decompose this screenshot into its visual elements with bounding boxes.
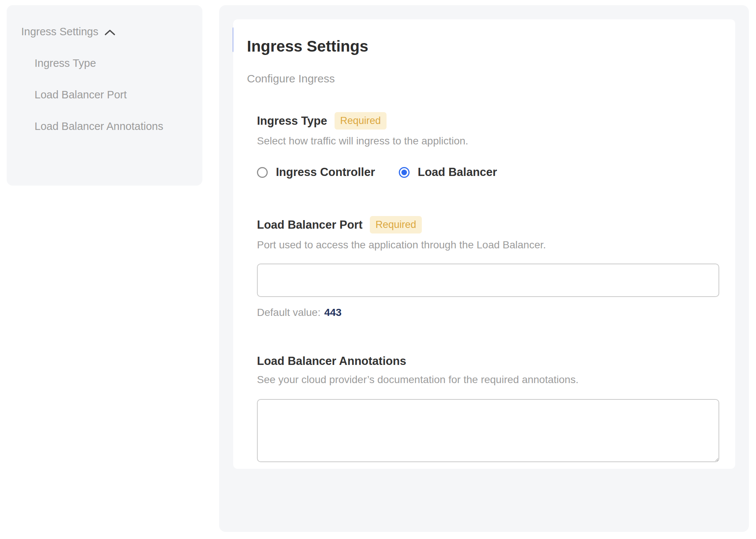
radio-button-icon[interactable] <box>257 167 268 178</box>
chevron-up-icon <box>104 29 115 36</box>
load-balancer-annotations-help: See your cloud provider’s documentation … <box>257 373 718 386</box>
section-heading-row: Load Balancer Port Required <box>257 216 718 233</box>
sidebar-group-ingress-settings[interactable]: Ingress Settings <box>21 19 188 45</box>
default-value: 443 <box>324 307 342 318</box>
sidebar: Ingress Settings Ingress Type Load Balan… <box>7 5 202 186</box>
ingress-type-help: Select how traffic will ingress to the a… <box>257 135 718 147</box>
load-balancer-port-input[interactable] <box>257 264 719 297</box>
radio-button-icon[interactable] <box>399 167 410 178</box>
config-panel: Ingress Settings Configure Ingress Ingre… <box>219 5 749 532</box>
section-heading-row: Ingress Type Required <box>257 112 718 130</box>
section-load-balancer-annotations: Load Balancer Annotations See your cloud… <box>257 354 718 462</box>
config-card: Ingress Settings Configure Ingress Ingre… <box>233 19 735 469</box>
radio-option-ingress-controller[interactable]: Ingress Controller <box>257 166 375 179</box>
sidebar-nav: Ingress Type Load Balancer Port Load Bal… <box>35 50 188 139</box>
section-heading-row: Load Balancer Annotations <box>257 354 718 368</box>
ingress-type-heading: Ingress Type <box>257 114 327 128</box>
ingress-type-options: Ingress Controller Load Balancer <box>257 166 718 179</box>
radio-option-label: Ingress Controller <box>276 166 375 179</box>
section-ingress-type: Ingress Type Required Select how traffic… <box>257 112 718 179</box>
load-balancer-port-help: Port used to access the application thro… <box>257 239 718 251</box>
sidebar-item-ingress-type[interactable]: Ingress Type <box>35 50 168 76</box>
sidebar-item-load-balancer-annotations[interactable]: Load Balancer Annotations <box>35 113 168 139</box>
load-balancer-annotations-heading: Load Balancer Annotations <box>257 354 406 368</box>
load-balancer-annotations-textarea[interactable] <box>257 399 719 462</box>
config-sections: Ingress Type Required Select how traffic… <box>257 112 718 462</box>
sidebar-item-load-balancer-port[interactable]: Load Balancer Port <box>35 82 168 108</box>
required-badge: Required <box>370 216 422 233</box>
sidebar-group-label: Ingress Settings <box>21 26 98 38</box>
page-subtitle: Configure Ingress <box>247 72 718 85</box>
radio-option-label: Load Balancer <box>418 166 497 179</box>
required-badge: Required <box>335 112 387 130</box>
section-load-balancer-port: Load Balancer Port Required Port used to… <box>257 216 718 318</box>
radio-option-load-balancer[interactable]: Load Balancer <box>399 166 497 179</box>
default-value-label: Default value: <box>257 307 320 318</box>
default-value-row: Default value:443 <box>257 307 718 318</box>
load-balancer-port-heading: Load Balancer Port <box>257 218 362 232</box>
page-title: Ingress Settings <box>247 37 718 56</box>
